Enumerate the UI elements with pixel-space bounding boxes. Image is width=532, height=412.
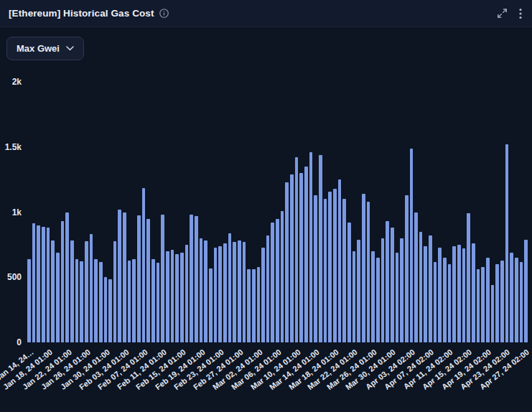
bar[interactable] [367, 202, 370, 342]
bar[interactable] [27, 259, 31, 342]
bar[interactable] [257, 267, 261, 342]
bar[interactable] [185, 245, 189, 342]
bar[interactable] [342, 199, 346, 342]
bar[interactable] [209, 268, 213, 343]
bar[interactable] [510, 253, 513, 342]
bar[interactable] [94, 259, 98, 342]
bar[interactable] [319, 155, 322, 342]
bar[interactable] [166, 251, 169, 342]
bar[interactable] [37, 225, 40, 342]
bar[interactable] [108, 279, 112, 342]
bar[interactable] [214, 248, 218, 343]
bar[interactable] [104, 277, 108, 342]
bar[interactable] [309, 152, 313, 342]
bar[interactable] [75, 259, 79, 342]
bar[interactable] [448, 264, 452, 342]
bar[interactable] [247, 269, 251, 342]
bar[interactable] [491, 285, 495, 342]
bar[interactable] [328, 192, 332, 343]
bar[interactable] [500, 261, 504, 342]
bar[interactable] [376, 258, 380, 342]
bar[interactable] [271, 223, 274, 342]
bar[interactable] [281, 211, 284, 342]
bar[interactable] [396, 253, 399, 342]
bar[interactable] [128, 261, 131, 342]
bar[interactable] [486, 258, 490, 342]
bar[interactable] [47, 228, 50, 342]
bar[interactable] [266, 235, 270, 342]
bar[interactable] [142, 188, 146, 342]
bar[interactable] [56, 253, 60, 342]
bar[interactable] [175, 254, 179, 342]
bar[interactable] [467, 213, 470, 342]
bar[interactable] [438, 248, 442, 343]
bar[interactable] [472, 243, 475, 342]
bar[interactable] [290, 174, 294, 342]
bar[interactable] [190, 215, 193, 342]
bar[interactable] [481, 267, 485, 342]
bar[interactable] [123, 212, 126, 343]
bar[interactable] [51, 240, 55, 342]
bar[interactable] [238, 240, 241, 342]
bar[interactable] [228, 233, 232, 343]
bar[interactable] [243, 242, 246, 342]
bar[interactable] [180, 253, 184, 342]
bar[interactable] [477, 269, 480, 342]
bar[interactable] [353, 251, 356, 342]
bar[interactable] [99, 262, 103, 343]
bar[interactable] [200, 238, 203, 342]
bar[interactable] [338, 179, 342, 342]
bar[interactable] [118, 210, 121, 342]
bar[interactable] [233, 242, 236, 342]
bar[interactable] [171, 250, 174, 342]
bar[interactable] [410, 149, 414, 342]
bar[interactable] [515, 258, 518, 342]
bar[interactable] [362, 194, 365, 342]
bar[interactable] [443, 258, 447, 342]
bar[interactable] [462, 248, 466, 342]
bar[interactable] [276, 219, 279, 342]
bar[interactable] [113, 241, 117, 342]
bar[interactable] [405, 195, 409, 342]
bar[interactable] [333, 189, 337, 342]
bar[interactable] [304, 167, 308, 342]
bar[interactable] [32, 223, 36, 342]
bar[interactable] [195, 216, 198, 342]
bar[interactable] [80, 261, 83, 342]
bar[interactable] [61, 221, 65, 342]
bar[interactable] [386, 221, 389, 342]
bar[interactable] [381, 238, 385, 342]
bar[interactable] [65, 212, 69, 343]
bar[interactable] [457, 245, 461, 342]
bar[interactable] [223, 243, 227, 342]
bar[interactable] [505, 144, 509, 342]
bar[interactable] [218, 246, 222, 342]
bar[interactable] [157, 263, 160, 342]
bar[interactable] [391, 228, 394, 342]
bar[interactable] [85, 241, 88, 342]
bar[interactable] [137, 215, 141, 342]
bar[interactable] [357, 240, 360, 342]
bar[interactable] [151, 259, 155, 342]
bar[interactable] [429, 235, 432, 342]
bar[interactable] [295, 157, 299, 342]
bar[interactable] [424, 246, 427, 342]
bar[interactable] [132, 259, 136, 342]
bar[interactable] [299, 173, 303, 342]
bar[interactable] [434, 262, 437, 343]
bar[interactable] [90, 234, 93, 342]
bar[interactable] [261, 248, 265, 343]
bar[interactable] [285, 182, 289, 342]
bar[interactable] [161, 215, 164, 342]
bar[interactable] [70, 240, 74, 342]
bar[interactable] [347, 223, 351, 342]
bar[interactable] [452, 246, 456, 342]
bar[interactable] [371, 251, 375, 342]
bar[interactable] [524, 240, 528, 342]
bar[interactable] [42, 227, 45, 342]
bar[interactable] [414, 212, 418, 343]
bar[interactable] [324, 199, 327, 342]
bar[interactable] [520, 262, 523, 343]
bar[interactable] [314, 195, 317, 342]
bar[interactable] [204, 240, 207, 342]
